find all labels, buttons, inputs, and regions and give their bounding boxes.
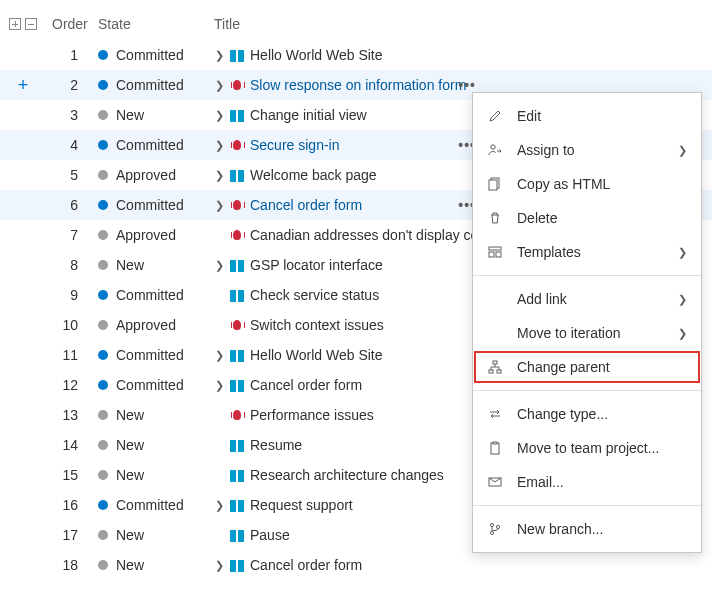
mail-icon	[487, 474, 503, 490]
menu-delete[interactable]: Delete	[473, 201, 701, 235]
order-number: 16	[46, 490, 92, 520]
state-label: Committed	[116, 77, 184, 93]
menu-move-to-team-project-label: Move to team project...	[517, 440, 687, 456]
expand-chevron-icon[interactable]: ❯	[214, 259, 224, 272]
work-item-title[interactable]: Pause	[250, 527, 290, 543]
work-item-title[interactable]: Change initial view	[250, 107, 367, 123]
expand-chevron-icon[interactable]: ❯	[214, 559, 224, 572]
state-cell: New	[92, 250, 208, 280]
state-cell: Committed	[92, 370, 208, 400]
order-number: 3	[46, 100, 92, 130]
work-item-title[interactable]: Hello World Web Site	[250, 347, 383, 363]
svg-rect-10	[493, 442, 497, 444]
backlog-row[interactable]: 18New❯Cancel order form	[0, 550, 712, 580]
order-number: 15	[46, 460, 92, 490]
svg-rect-8	[497, 370, 501, 373]
title-cell[interactable]: ❯Cancel order form	[208, 550, 712, 580]
work-item-title[interactable]: Research architecture changes	[250, 467, 444, 483]
menu-change-parent[interactable]: Change parent	[473, 350, 701, 384]
work-item-title[interactable]: Check service status	[250, 287, 379, 303]
order-number: 12	[46, 370, 92, 400]
expand-chevron-icon[interactable]: ❯	[214, 499, 224, 512]
bug-icon	[230, 408, 244, 422]
pbi-icon	[230, 50, 244, 62]
menu-email[interactable]: Email...	[473, 465, 701, 499]
work-item-title[interactable]: Welcome back page	[250, 167, 377, 183]
menu-move-to-team-project[interactable]: Move to team project...	[473, 431, 701, 465]
work-item-title[interactable]: Cancel order form	[250, 197, 362, 213]
column-header-title[interactable]: Title	[208, 12, 712, 36]
column-header-order[interactable]: Order	[46, 12, 92, 36]
svg-point-0	[491, 145, 495, 149]
chevron-right-icon: ❯	[678, 327, 687, 340]
pbi-icon	[230, 350, 244, 362]
state-label: New	[116, 467, 144, 483]
menu-move-to-iteration[interactable]: Move to iteration ❯	[473, 316, 701, 350]
state-label: Approved	[116, 227, 176, 243]
expand-chevron-icon[interactable]: ❯	[214, 199, 224, 212]
expand-chevron-icon[interactable]: ❯	[214, 349, 224, 362]
expand-chevron-icon[interactable]: ❯	[214, 49, 224, 62]
collapse-all-icon[interactable]	[25, 18, 37, 30]
work-item-title[interactable]: Hello World Web Site	[250, 47, 383, 63]
work-item-title[interactable]: Slow response on information form	[250, 77, 466, 93]
order-number: 11	[46, 340, 92, 370]
state-cell: New	[92, 460, 208, 490]
state-dot-icon	[98, 140, 108, 150]
expand-chevron-icon[interactable]: ❯	[214, 79, 224, 92]
bug-icon	[230, 78, 244, 92]
pbi-icon	[230, 290, 244, 302]
work-item-title[interactable]: Cancel order form	[250, 557, 362, 573]
expand-chevron-icon[interactable]: ❯	[214, 379, 224, 392]
state-dot-icon	[98, 350, 108, 360]
title-cell[interactable]: ❯Hello World Web Site	[208, 40, 712, 70]
person-arrow-icon	[487, 142, 503, 158]
work-item-title[interactable]: Secure sign-in	[250, 137, 340, 153]
backlog-row[interactable]: 1Committed❯Hello World Web Site	[0, 40, 712, 70]
menu-edit[interactable]: Edit	[473, 99, 701, 133]
menu-new-branch[interactable]: New branch...	[473, 512, 701, 546]
state-cell: New	[92, 520, 208, 550]
order-number: 1	[46, 40, 92, 70]
add-row-icon[interactable]: +	[6, 75, 40, 96]
svg-point-14	[496, 525, 499, 528]
expand-chevron-icon[interactable]: ❯	[214, 139, 224, 152]
state-dot-icon	[98, 380, 108, 390]
menu-change-type[interactable]: Change type...	[473, 397, 701, 431]
branch-icon	[487, 521, 503, 537]
expand-chevron-icon[interactable]: ❯	[214, 169, 224, 182]
work-item-title[interactable]: Cancel order form	[250, 377, 362, 393]
work-item-title[interactable]: Resume	[250, 437, 302, 453]
pbi-icon	[230, 560, 244, 572]
pbi-icon	[230, 440, 244, 452]
menu-assign-to[interactable]: Assign to ❯	[473, 133, 701, 167]
menu-templates[interactable]: Templates ❯	[473, 235, 701, 269]
bug-icon	[230, 198, 244, 212]
state-dot-icon	[98, 560, 108, 570]
menu-add-link[interactable]: Add link ❯	[473, 282, 701, 316]
state-dot-icon	[98, 320, 108, 330]
grid-header: Order State Title	[0, 8, 712, 40]
svg-rect-9	[491, 443, 499, 454]
order-number: 5	[46, 160, 92, 190]
expand-all-icon[interactable]	[9, 18, 21, 30]
state-cell: New	[92, 400, 208, 430]
pbi-icon	[230, 470, 244, 482]
bug-icon	[230, 138, 244, 152]
expand-chevron-icon[interactable]: ❯	[214, 109, 224, 122]
work-item-title[interactable]: GSP locator interface	[250, 257, 383, 273]
svg-rect-6	[493, 361, 497, 364]
order-number: 7	[46, 220, 92, 250]
work-item-title[interactable]: Request support	[250, 497, 353, 513]
state-cell: Committed	[92, 40, 208, 70]
menu-copy-html[interactable]: Copy as HTML	[473, 167, 701, 201]
state-label: Committed	[116, 347, 184, 363]
work-item-title[interactable]: Switch context issues	[250, 317, 384, 333]
work-item-title[interactable]: Performance issues	[250, 407, 374, 423]
column-header-state[interactable]: State	[92, 12, 208, 36]
order-number: 9	[46, 280, 92, 310]
pbi-icon	[230, 170, 244, 182]
menu-edit-label: Edit	[517, 108, 687, 124]
order-number: 18	[46, 550, 92, 580]
state-dot-icon	[98, 200, 108, 210]
